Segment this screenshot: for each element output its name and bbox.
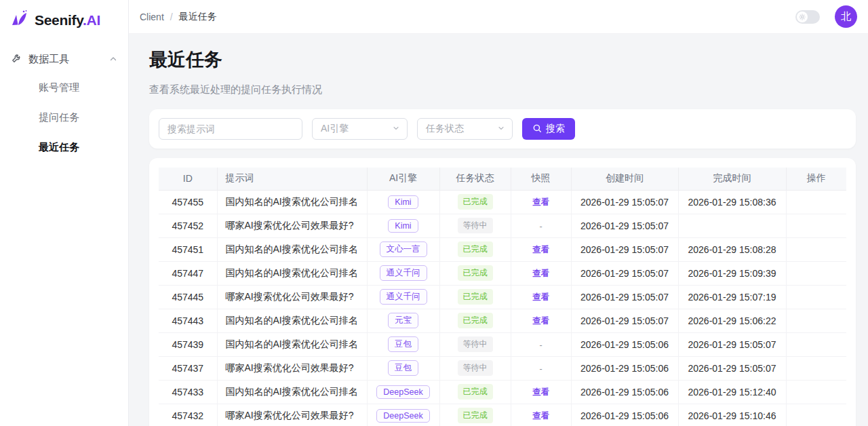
page-subtitle: 查看系统最近处理的提问任务执行情况 — [149, 83, 856, 96]
cell-status: 已完成 — [439, 380, 511, 404]
cell-status: 已完成 — [439, 404, 511, 426]
cell-engine: 通义千问 — [367, 261, 439, 285]
cell-prompt: 哪家AI搜索优化公司效果最好? — [217, 214, 367, 237]
snapshot-link[interactable]: 查看 — [532, 387, 549, 397]
snapshot-link[interactable]: 查看 — [532, 292, 549, 302]
cell-created: 2026-01-29 15:05:06 — [571, 380, 678, 404]
cell-snapshot: 查看 — [511, 380, 571, 404]
wrench-icon — [11, 52, 22, 66]
cell-completed: 2026-01-29 15:10:46 — [678, 404, 786, 426]
topbar: Client / 最近任务 北 — [129, 0, 868, 34]
status-badge: 已完成 — [458, 313, 493, 328]
cell-engine: 元宝 — [367, 309, 439, 332]
cell-action — [786, 190, 846, 214]
cell-snapshot: - — [511, 332, 571, 356]
cell-engine: DeepSeek — [367, 380, 439, 404]
cell-action — [786, 404, 846, 426]
table-row: 457437 哪家AI搜索优化公司效果最好? 豆包 等待中 - 2026-01-… — [159, 356, 846, 380]
cell-prompt: 国内知名的AI搜索优化公司排名 — [217, 190, 367, 214]
cell-completed: 2026-01-29 15:08:36 — [678, 190, 786, 214]
cell-action — [786, 332, 846, 356]
sidebar-item-question-tasks[interactable]: 提问任务 — [0, 102, 128, 132]
snapshot-link[interactable]: 查看 — [532, 269, 549, 278]
cell-snapshot: - — [511, 356, 571, 380]
column-header-status: 任务状态 — [439, 168, 511, 190]
table-row: 457445 哪家AI搜索优化公司效果最好? 通义千问 已完成 查看 2026-… — [159, 285, 846, 309]
table-row: 457452 哪家AI搜索优化公司效果最好? Kimi 等待中 - 2026-0… — [159, 214, 846, 237]
chevron-up-icon — [109, 54, 117, 65]
cell-engine: Kimi — [367, 190, 439, 214]
cell-action — [786, 214, 846, 237]
cell-engine: 通义千问 — [367, 285, 439, 309]
search-input[interactable] — [159, 118, 302, 140]
cell-prompt: 哪家AI搜索优化公司效果最好? — [217, 356, 367, 380]
snapshot-link[interactable]: 查看 — [532, 316, 549, 326]
engine-select[interactable]: AI引擎 — [312, 118, 408, 140]
sun-icon — [797, 12, 808, 22]
brand-logo-icon — [9, 9, 30, 32]
engine-badge: 豆包 — [388, 360, 418, 376]
cell-created: 2026-01-29 15:05:07 — [571, 285, 678, 309]
cell-snapshot: - — [511, 214, 571, 237]
status-badge: 已完成 — [458, 194, 493, 210]
cell-action — [786, 237, 846, 261]
cell-prompt: 国内知名的AI搜索优化公司排名 — [217, 309, 367, 332]
column-header-completed: 完成时间 — [678, 168, 786, 190]
cell-prompt: 国内知名的AI搜索优化公司排名 — [217, 261, 367, 285]
cell-completed: 2026-01-29 15:12:40 — [678, 380, 786, 404]
sidebar-item-account-management[interactable]: 账号管理 — [0, 73, 128, 102]
chevron-down-icon — [392, 123, 400, 134]
cell-status: 已完成 — [439, 237, 511, 261]
cell-created: 2026-01-29 15:05:06 — [571, 332, 678, 356]
chevron-down-icon — [497, 123, 505, 134]
cell-engine: 文心一言 — [367, 237, 439, 261]
brand-logo[interactable]: Seenify.AI — [0, 0, 128, 40]
sidebar-group-label: 数据工具 — [28, 53, 69, 66]
snapshot-link: - — [539, 364, 542, 374]
task-table: ID 提示词 AI引擎 任务状态 快照 创建时间 完成时间 操作 457455 … — [159, 168, 846, 426]
breadcrumb: Client / 最近任务 — [140, 11, 217, 23]
snapshot-link[interactable]: 查看 — [532, 245, 549, 254]
task-table-body: 457455 国内知名的AI搜索优化公司排名 Kimi 已完成 查看 2026-… — [159, 190, 846, 426]
theme-toggle[interactable] — [795, 10, 820, 24]
status-badge: 已完成 — [458, 384, 493, 400]
cell-action — [786, 380, 846, 404]
cell-created: 2026-01-29 15:05:07 — [571, 309, 678, 332]
cell-action — [786, 356, 846, 380]
cell-prompt: 国内知名的AI搜索优化公司排名 — [217, 332, 367, 356]
status-badge: 等待中 — [458, 336, 493, 352]
engine-badge: 豆包 — [388, 336, 418, 352]
table-row: 457455 国内知名的AI搜索优化公司排名 Kimi 已完成 查看 2026-… — [159, 190, 846, 214]
status-badge: 已完成 — [458, 408, 493, 423]
filter-bar: AI引擎 任务状态 搜索 — [149, 109, 856, 149]
snapshot-link[interactable]: 查看 — [532, 411, 549, 421]
cell-id: 457447 — [159, 261, 217, 285]
cell-engine: Kimi — [367, 214, 439, 237]
engine-select-value: AI引擎 — [321, 123, 349, 135]
avatar[interactable]: 北 — [835, 5, 857, 28]
search-button[interactable]: 搜索 — [522, 118, 575, 140]
column-header-prompt: 提示词 — [217, 168, 367, 190]
main-area: Client / 最近任务 北 最近任务 查看系统最近处理的提问任务执行情况 — [129, 0, 868, 426]
sidebar-group-data-tools[interactable]: 数据工具 — [0, 45, 128, 73]
cell-engine: 豆包 — [367, 356, 439, 380]
cell-completed: 2026-01-29 15:07:19 — [678, 285, 786, 309]
status-badge: 已完成 — [458, 241, 493, 257]
cell-engine: DeepSeek — [367, 404, 439, 426]
sidebar-item-recent-tasks[interactable]: 最近任务 — [0, 132, 128, 162]
cell-prompt: 哪家AI搜索优化公司效果最好? — [217, 404, 367, 426]
breadcrumb-separator: / — [170, 12, 173, 22]
cell-status: 已完成 — [439, 309, 511, 332]
status-badge: 等待中 — [458, 218, 493, 233]
snapshot-link: - — [539, 222, 542, 231]
status-select[interactable]: 任务状态 — [417, 118, 513, 140]
status-badge: 等待中 — [458, 360, 493, 376]
cell-created: 2026-01-29 15:05:07 — [571, 214, 678, 237]
snapshot-link[interactable]: 查看 — [532, 197, 549, 207]
task-table-card: ID 提示词 AI引擎 任务状态 快照 创建时间 完成时间 操作 457455 … — [149, 158, 856, 426]
breadcrumb-root[interactable]: Client — [140, 12, 164, 22]
engine-badge: 元宝 — [388, 313, 418, 328]
cell-snapshot: 查看 — [511, 237, 571, 261]
cell-snapshot: 查看 — [511, 309, 571, 332]
engine-badge: 文心一言 — [380, 241, 427, 257]
